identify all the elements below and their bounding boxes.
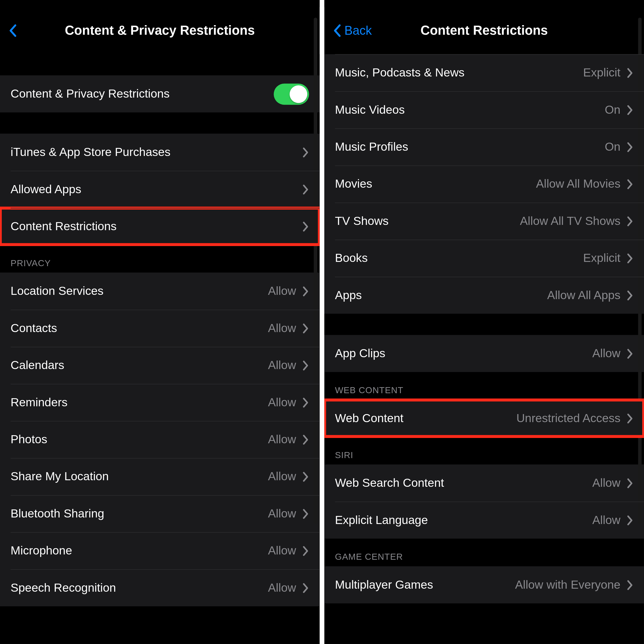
row-value: Allow bbox=[268, 544, 296, 557]
right-pane: Back Content Restrictions Music, Podcast… bbox=[322, 0, 644, 644]
status-bar bbox=[0, 0, 320, 7]
chevron-right-icon bbox=[302, 545, 309, 557]
chevron-right-icon bbox=[626, 514, 633, 526]
row-value: Unrestricted Access bbox=[516, 412, 621, 425]
section-header-siri: SIRI bbox=[324, 437, 644, 464]
row-value: Allow bbox=[592, 513, 621, 527]
chevron-right-icon bbox=[626, 215, 633, 227]
row-movies[interactable]: Movies Allow All Movies bbox=[324, 166, 644, 203]
row-books[interactable]: Books Explicit bbox=[324, 239, 644, 276]
chevron-left-icon bbox=[333, 24, 342, 38]
row-label: Speech Recognition bbox=[11, 581, 268, 595]
nav-group: iTunes & App Store Purchases Allowed App… bbox=[0, 134, 320, 245]
section-header-game-center: GAME CENTER bbox=[324, 539, 644, 566]
content-privacy-toggle-row[interactable]: Content & Privacy Restrictions bbox=[0, 75, 320, 112]
appclips-group: App Clips Allow bbox=[324, 335, 644, 372]
toggle-switch[interactable] bbox=[274, 83, 309, 104]
row-label: Multiplayer Games bbox=[335, 578, 515, 592]
row-calendars[interactable]: Calendars Allow bbox=[0, 347, 320, 384]
row-label: Microphone bbox=[11, 544, 268, 557]
chevron-right-icon bbox=[626, 412, 633, 424]
row-label: Content Restrictions bbox=[11, 220, 302, 233]
row-label: iTunes & App Store Purchases bbox=[11, 145, 302, 159]
row-contacts[interactable]: Contacts Allow bbox=[0, 310, 320, 347]
row-label: Books bbox=[335, 251, 583, 265]
chevron-right-icon bbox=[626, 252, 633, 264]
row-value: On bbox=[605, 103, 620, 117]
row-label: Web Search Content bbox=[335, 476, 592, 490]
back-button[interactable]: Back bbox=[333, 24, 372, 38]
back-label: Back bbox=[344, 24, 372, 38]
page-title: Content Restrictions bbox=[420, 23, 548, 38]
row-label: Explicit Language bbox=[335, 513, 592, 527]
row-value: Allow bbox=[268, 321, 296, 335]
page-title: Content & Privacy Restrictions bbox=[65, 23, 255, 38]
row-value: Explicit bbox=[583, 66, 620, 79]
row-label: Music, Podcasts & News bbox=[335, 66, 583, 79]
row-speech-recognition[interactable]: Speech Recognition Allow bbox=[0, 569, 320, 606]
row-label: App Clips bbox=[335, 347, 592, 360]
row-label: Contacts bbox=[11, 321, 268, 335]
status-bar bbox=[324, 0, 644, 7]
row-value: Allow bbox=[592, 347, 621, 360]
row-value: Allow bbox=[268, 358, 296, 372]
row-label: Music Profiles bbox=[335, 140, 605, 154]
row-microphone[interactable]: Microphone Allow bbox=[0, 532, 320, 569]
row-bluetooth-sharing[interactable]: Bluetooth Sharing Allow bbox=[0, 495, 320, 532]
row-label: Music Videos bbox=[335, 103, 605, 117]
row-multiplayer-games[interactable]: Multiplayer Games Allow with Everyone bbox=[324, 566, 644, 603]
row-allowed-apps[interactable]: Allowed Apps bbox=[0, 171, 320, 208]
row-value: Allow All Apps bbox=[547, 289, 620, 302]
chevron-right-icon bbox=[626, 104, 633, 116]
row-value: Allow bbox=[268, 395, 296, 409]
siri-group: Web Search Content Allow Explicit Langua… bbox=[324, 464, 644, 539]
chevron-right-icon bbox=[626, 289, 633, 301]
row-label: Movies bbox=[335, 177, 536, 191]
row-tv-shows[interactable]: TV Shows Allow All TV Shows bbox=[324, 203, 644, 239]
web-content-group: Web Content Unrestricted Access bbox=[324, 400, 644, 437]
row-label: Bluetooth Sharing bbox=[11, 507, 268, 520]
privacy-group: Location Services Allow Contacts Allow C… bbox=[0, 272, 320, 606]
row-value: Allow All Movies bbox=[536, 177, 621, 191]
chevron-right-icon bbox=[626, 348, 633, 359]
row-value: Allow bbox=[592, 476, 621, 490]
nav-header: Back Content Restrictions bbox=[324, 7, 644, 54]
chevron-right-icon bbox=[626, 579, 633, 591]
chevron-right-icon bbox=[302, 433, 309, 445]
chevron-right-icon bbox=[302, 582, 309, 594]
row-reminders[interactable]: Reminders Allow bbox=[0, 384, 320, 421]
chevron-right-icon bbox=[626, 477, 633, 489]
chevron-right-icon bbox=[302, 396, 309, 408]
row-apps[interactable]: Apps Allow All Apps bbox=[324, 277, 644, 314]
chevron-right-icon bbox=[302, 322, 309, 334]
row-app-clips[interactable]: App Clips Allow bbox=[324, 335, 644, 372]
section-header-web-content: WEB CONTENT bbox=[324, 372, 644, 400]
row-value: Allow with Everyone bbox=[515, 578, 621, 592]
row-music-videos[interactable]: Music Videos On bbox=[324, 91, 644, 128]
row-web-search-content[interactable]: Web Search Content Allow bbox=[324, 464, 644, 501]
row-content-restrictions[interactable]: Content Restrictions bbox=[0, 208, 320, 245]
section-header-privacy: PRIVACY bbox=[0, 245, 320, 272]
row-label: TV Shows bbox=[335, 214, 520, 228]
toggle-group: Content & Privacy Restrictions bbox=[0, 75, 320, 112]
row-value: Allow bbox=[268, 507, 296, 520]
row-music-profiles[interactable]: Music Profiles On bbox=[324, 128, 644, 165]
row-photos[interactable]: Photos Allow bbox=[0, 421, 320, 458]
row-explicit-language[interactable]: Explicit Language Allow bbox=[324, 502, 644, 539]
row-label: Apps bbox=[335, 289, 547, 302]
row-label: Reminders bbox=[11, 395, 268, 409]
row-music-podcasts-news[interactable]: Music, Podcasts & News Explicit bbox=[324, 54, 644, 91]
chevron-right-icon bbox=[626, 178, 633, 190]
chevron-right-icon bbox=[302, 471, 309, 482]
row-value: Explicit bbox=[583, 251, 620, 265]
row-web-content[interactable]: Web Content Unrestricted Access bbox=[324, 400, 644, 437]
row-location-services[interactable]: Location Services Allow bbox=[0, 272, 320, 309]
back-button[interactable] bbox=[8, 24, 18, 38]
content-group: Music, Podcasts & News Explicit Music Vi… bbox=[324, 54, 644, 314]
row-value: On bbox=[605, 140, 620, 154]
chevron-right-icon bbox=[626, 141, 633, 153]
row-itunes-appstore[interactable]: iTunes & App Store Purchases bbox=[0, 134, 320, 171]
row-value: Allow bbox=[268, 581, 296, 595]
row-value: Allow All TV Shows bbox=[520, 214, 621, 228]
row-share-my-location[interactable]: Share My Location Allow bbox=[0, 458, 320, 495]
